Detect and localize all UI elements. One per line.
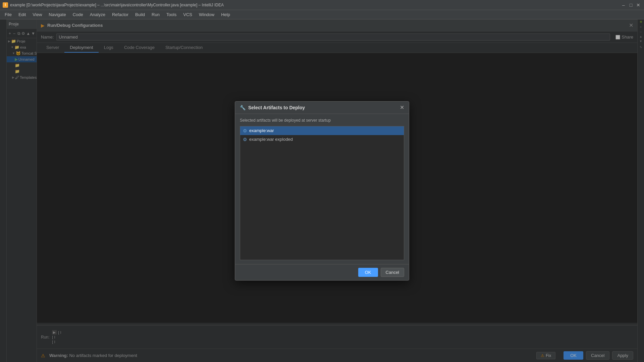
modal-body: Selected artifacts will be deployed at s… xyxy=(235,114,409,264)
title-bar-text: example [D:\workProjects\javaProjects\ex… xyxy=(10,3,224,7)
artifact-war-label: example:war xyxy=(249,128,274,133)
artifact-war-exploded-icon: ⚙ xyxy=(243,137,247,142)
menu-file[interactable]: File xyxy=(1,11,15,18)
artifact-item-war-exploded[interactable]: ⚙ example:war exploded xyxy=(240,135,404,144)
menu-tools[interactable]: Tools xyxy=(163,11,180,18)
menu-edit[interactable]: Edit xyxy=(15,11,29,18)
modal-title: Select Artifacts to Deploy xyxy=(248,105,397,110)
menu-run[interactable]: Run xyxy=(148,11,163,18)
artifact-war-exploded-label: example:war exploded xyxy=(249,137,293,142)
modal-overlay: 🔧 Select Artifacts to Deploy ✕ Selected … xyxy=(0,19,644,362)
modal-ok-button[interactable]: OK xyxy=(358,268,378,277)
menu-navigate[interactable]: Navigate xyxy=(45,11,69,18)
modal-footer: OK Cancel xyxy=(235,264,409,280)
menu-analyze[interactable]: Analyze xyxy=(87,11,109,18)
menu-vcs[interactable]: VCS xyxy=(180,11,196,18)
menu-bar: File Edit View Navigate Code Analyze Ref… xyxy=(0,10,644,19)
modal-close-button[interactable]: ✕ xyxy=(400,105,404,110)
menu-code[interactable]: Code xyxy=(69,11,87,18)
select-artifacts-modal: 🔧 Select Artifacts to Deploy ✕ Selected … xyxy=(235,101,409,281)
menu-view[interactable]: View xyxy=(29,11,45,18)
artifact-war-icon: ⚙ xyxy=(243,128,247,133)
menu-window[interactable]: Window xyxy=(196,11,218,18)
window-controls: – □ ✕ xyxy=(621,2,641,8)
modal-header: 🔧 Select Artifacts to Deploy ✕ xyxy=(235,102,409,114)
maximize-button[interactable]: □ xyxy=(628,2,634,8)
modal-subtitle: Selected artifacts will be deployed at s… xyxy=(240,118,404,123)
app-icon: I xyxy=(3,2,8,8)
menu-build[interactable]: Build xyxy=(132,11,148,18)
minimize-button[interactable]: – xyxy=(621,2,627,8)
menu-help[interactable]: Help xyxy=(218,11,233,18)
menu-refactor[interactable]: Refactor xyxy=(109,11,132,18)
close-window-button[interactable]: ✕ xyxy=(635,2,641,8)
artifact-list: ⚙ example:war ⚙ example:war exploded xyxy=(240,126,404,260)
artifact-item-war[interactable]: ⚙ example:war xyxy=(240,126,404,135)
title-bar: I example [D:\workProjects\javaProjects\… xyxy=(0,0,644,10)
modal-cancel-button[interactable]: Cancel xyxy=(381,268,404,277)
modal-header-icon: 🔧 xyxy=(240,105,246,110)
